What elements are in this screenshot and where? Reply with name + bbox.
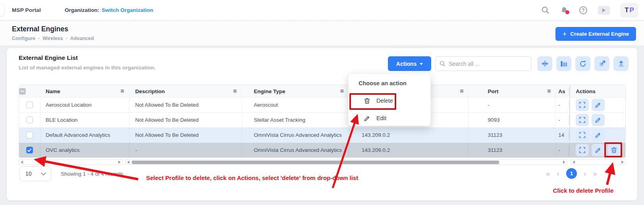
column-header-port: Port [488, 88, 498, 94]
cell-port: 31123 [469, 128, 556, 142]
external-engine-table: Name≡ Description≡ Engine Type≡ ≡ Port≡ … [19, 85, 626, 158]
notifications-bell-icon[interactable] [560, 6, 569, 15]
sidebar-collapse-button[interactable] [0, 4, 5, 16]
table-row: Default Advanced Analytics Not Allowed T… [19, 127, 625, 142]
actions-dropdown-button[interactable]: Actions [388, 56, 431, 71]
row-checkbox[interactable] [26, 132, 33, 138]
column-header-description: Description [135, 88, 165, 94]
user-avatar[interactable]: T P [620, 3, 638, 18]
pencil-icon [595, 147, 602, 153]
pagination-first[interactable]: « [546, 169, 550, 178]
pinned-column-scrollbar[interactable] [571, 159, 626, 165]
annotation-click-delete: Click to delete Profile [546, 187, 620, 194]
pagination-next[interactable]: › [584, 169, 586, 178]
column-header-name: Name [46, 88, 60, 94]
cell-name: Default Advanced Analytics [40, 128, 129, 142]
row-checkbox[interactable] [26, 102, 33, 108]
app-window: MSP Portal Organization:Switch Organizat… [0, 0, 644, 205]
menu-item-edit[interactable]: Edit [353, 111, 426, 125]
scroll-left-icon[interactable] [21, 161, 23, 164]
cell-as: - [556, 113, 570, 127]
select-all-checkbox[interactable] [19, 88, 26, 95]
pencil-icon [595, 102, 602, 108]
fit-columns-button[interactable] [537, 56, 552, 71]
search-icon[interactable] [541, 6, 550, 15]
export-upload-button[interactable] [613, 56, 629, 71]
cell-as: - [556, 143, 570, 157]
scroll-right-icon[interactable] [563, 161, 565, 164]
dropdown-title: Choose an action [359, 80, 407, 86]
column-header-actions: Actions [576, 88, 596, 94]
cell-engine-type: Aeroscout [242, 98, 349, 112]
page-size-select[interactable]: 10 [19, 166, 51, 181]
search-field [435, 56, 531, 71]
cell-name: OVC analytics [40, 143, 129, 157]
scrollbar-thumb[interactable] [132, 161, 499, 164]
expand-row-button[interactable] [576, 129, 589, 141]
cell-description: Not Allowed To Be Deleted [129, 128, 242, 142]
cell-as: 14 [556, 128, 570, 142]
annotation-select-profile: Select Profile to delete, click on Actio… [146, 174, 358, 181]
edit-row-button[interactable] [592, 114, 605, 126]
help-icon[interactable]: ? [579, 6, 588, 15]
cell-name: Aeroscout Location [40, 98, 129, 112]
scroll-right-icon[interactable] [621, 161, 624, 164]
table-row-selected: OVC analytics - OmniVista Cirrus Advance… [19, 142, 625, 157]
edit-row-button[interactable] [592, 129, 605, 141]
notification-badge [565, 10, 569, 14]
row-checkbox-checked[interactable] [26, 147, 33, 153]
column-menu-icon[interactable]: ≡ [547, 88, 551, 95]
breadcrumb-advanced[interactable]: Advanced [70, 36, 94, 41]
expand-row-button[interactable] [576, 144, 589, 156]
search-input[interactable] [449, 61, 527, 67]
plus-icon: + [563, 31, 567, 38]
pagination-current-page[interactable]: 1 [566, 168, 577, 179]
edit-row-button[interactable] [592, 144, 605, 156]
cell-description: Not Allowed To Be Deleted [129, 113, 242, 127]
external-link-icon [598, 60, 606, 67]
scroll-left-icon[interactable] [127, 161, 129, 164]
refresh-button[interactable] [575, 56, 590, 71]
scroll-left-icon[interactable] [573, 161, 575, 164]
card-subtitle: List of managed external engines in this… [19, 65, 156, 71]
table-horizontal-scrollbar[interactable] [125, 159, 567, 165]
expand-icon [579, 102, 586, 108]
video-tutorial-icon[interactable] [598, 6, 610, 15]
column-menu-icon[interactable]: ≡ [460, 88, 463, 95]
cell-fqdn: 143.209.0.2 [349, 143, 469, 157]
breadcrumb: Configure-Wireless-Advanced [12, 36, 94, 41]
scroll-right-icon[interactable] [118, 161, 121, 164]
cell-actions [570, 98, 625, 112]
breadcrumb-wireless[interactable]: Wireless [42, 36, 63, 41]
open-external-button[interactable] [594, 56, 609, 71]
column-menu-icon[interactable]: ≡ [233, 88, 237, 95]
expand-row-button[interactable] [576, 99, 589, 111]
pagination-last[interactable]: » [593, 169, 597, 178]
pencil-icon [595, 117, 602, 123]
upload-icon [617, 60, 625, 67]
card-title: External Engine List [19, 54, 78, 61]
manage-columns-button[interactable] [556, 56, 571, 71]
expand-icon [579, 147, 586, 153]
switch-organization-link[interactable]: Switch Organization [102, 7, 153, 13]
edit-row-button[interactable] [592, 99, 605, 111]
search-icon [440, 60, 445, 67]
cell-engine-type: OmniVista Cirrus Advanced Analytics [242, 143, 349, 157]
create-external-engine-button[interactable]: + Create External Engine [555, 27, 636, 41]
cell-name: BLE Location [40, 113, 129, 127]
annotation-box-trash [604, 142, 622, 157]
frozen-columns-scrollbar[interactable] [19, 159, 123, 165]
pagination-prev[interactable]: ‹ [557, 169, 559, 178]
cell-actions [570, 128, 625, 142]
page-header: External Engines Configure-Wireless-Adva… [0, 21, 644, 45]
columns-icon [560, 60, 567, 67]
column-menu-icon[interactable]: ≡ [120, 88, 124, 95]
organization-label: Organization:Switch Organization [65, 7, 153, 13]
table-header-row: Name≡ Description≡ Engine Type≡ ≡ Port≡ … [19, 85, 625, 97]
check-icon [27, 148, 32, 153]
page-title: External Engines [12, 25, 68, 33]
expand-row-button[interactable] [576, 114, 589, 126]
breadcrumb-configure[interactable]: Configure [12, 36, 35, 41]
column-menu-icon[interactable]: ≡ [340, 88, 344, 95]
row-checkbox[interactable] [26, 117, 33, 123]
